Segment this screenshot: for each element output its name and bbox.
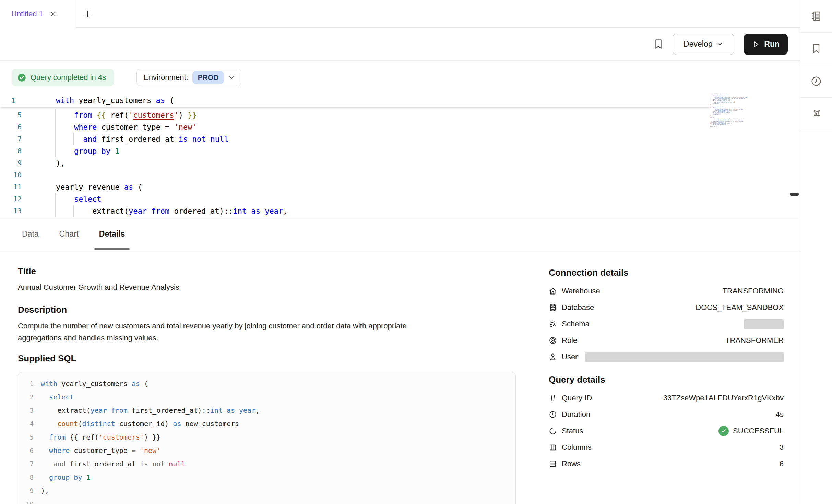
row-label: Role bbox=[562, 336, 577, 345]
row-label: Columns bbox=[562, 443, 592, 452]
code-line: 9), bbox=[18, 484, 515, 497]
close-icon[interactable] bbox=[49, 10, 57, 18]
tab-bar: Untitled 1 bbox=[0, 0, 800, 28]
columns-icon bbox=[549, 443, 557, 452]
code-line: 6 where customer_type = 'new' bbox=[18, 444, 515, 457]
query-row-rows: Rows 6 bbox=[549, 456, 784, 472]
supplied-sql-heading: Supplied SQL bbox=[18, 353, 516, 364]
code-line[interactable]: 7 and first_ordered_at is not null bbox=[0, 133, 710, 145]
sidebar-item-bookmarks[interactable] bbox=[800, 33, 832, 65]
code-line: 10 bbox=[18, 497, 515, 504]
line-number: 9 bbox=[18, 484, 34, 497]
environment-label: Environment: bbox=[144, 73, 188, 82]
details-pane: Title Annual Customer Growth and Revenue… bbox=[18, 251, 516, 504]
hash-icon bbox=[549, 394, 557, 402]
tab-separator bbox=[76, 0, 76, 27]
clock-history-icon bbox=[810, 75, 822, 87]
code-line[interactable]: 12 select bbox=[0, 193, 710, 205]
plus-icon bbox=[83, 10, 92, 19]
row-value: TRANSFORMER bbox=[725, 336, 784, 345]
row-value: 33TZseWpe1ALFDUYerxR1gVKxbv bbox=[663, 394, 784, 403]
row-label: Status bbox=[562, 427, 583, 435]
tab-chart[interactable]: Chart bbox=[59, 217, 79, 251]
code-line: 3 extract(year from first_ordered_at)::i… bbox=[18, 404, 515, 417]
chevron-down-icon bbox=[228, 74, 235, 81]
query-row-duration: Duration 4s bbox=[549, 406, 784, 423]
spinner-icon bbox=[549, 427, 557, 435]
code-line: 8 group by 1 bbox=[18, 471, 515, 484]
line-number: 7 bbox=[0, 133, 22, 145]
line-number: 5 bbox=[0, 109, 22, 121]
code-line[interactable]: 11yearly_revenue as ( bbox=[0, 181, 710, 193]
line-number: 8 bbox=[18, 471, 34, 484]
sidebar-item-history[interactable] bbox=[800, 65, 832, 98]
row-label: Schema bbox=[562, 320, 590, 328]
environment-value-badge: PROD bbox=[192, 71, 224, 84]
sidebar-item-notebook[interactable] bbox=[800, 0, 832, 33]
new-tab-button[interactable] bbox=[83, 10, 92, 19]
play-icon bbox=[752, 40, 760, 48]
run-button[interactable]: Run bbox=[744, 34, 788, 55]
dbt-logo-icon bbox=[810, 108, 822, 120]
sidebar-item-dbt[interactable] bbox=[800, 98, 832, 130]
results-tab-bar: Data Chart Details bbox=[0, 217, 800, 251]
sidebar-empty-area bbox=[800, 130, 832, 504]
redacted-value bbox=[585, 352, 784, 362]
environment-selector[interactable]: Environment: PROD bbox=[136, 69, 241, 86]
code-line: 4 count(distinct customer_id) as new_cus… bbox=[18, 417, 515, 431]
code-line: 7 and first_ordered_at is not null bbox=[18, 457, 515, 471]
code-line[interactable]: 10 bbox=[0, 169, 710, 181]
tab-title: Untitled 1 bbox=[11, 10, 43, 19]
editor-scrollbar-thumb[interactable] bbox=[790, 193, 799, 196]
code-line[interactable]: 8 group by 1 bbox=[0, 145, 710, 157]
line-number: 7 bbox=[18, 457, 34, 471]
connection-row-user: User bbox=[549, 349, 784, 365]
line-number: 2 bbox=[18, 391, 34, 404]
query-row-id: Query ID 33TZseWpe1ALFDUYerxR1gVKxbv bbox=[549, 390, 784, 406]
tab-details[interactable]: Details bbox=[98, 217, 126, 251]
code-line[interactable]: 13 extract(year from ordered_at)::int as… bbox=[0, 205, 710, 217]
line-number: 10 bbox=[0, 169, 22, 181]
status-row: Query completed in 4s Environment: PROD bbox=[0, 61, 800, 86]
check-circle-icon bbox=[17, 73, 26, 82]
develop-button[interactable]: Develop bbox=[673, 34, 734, 55]
code-line[interactable]: 5 from {{ ref('customers') }} bbox=[0, 109, 710, 121]
line-number: 13 bbox=[0, 205, 22, 217]
bookmark-icon bbox=[654, 39, 663, 50]
description-text: Compute the number of new customers and … bbox=[18, 320, 516, 344]
connection-details-heading: Connection details bbox=[549, 267, 784, 278]
row-label: User bbox=[562, 352, 578, 361]
schema-icon bbox=[549, 320, 557, 328]
row-label: Rows bbox=[562, 459, 581, 468]
success-check-icon bbox=[718, 426, 729, 436]
sql-editor[interactable]: 5 from {{ ref('customers') }}6 where cus… bbox=[0, 86, 800, 217]
supplied-sql-code-block: 1with yearly_customers as (2 select3 ext… bbox=[18, 372, 516, 504]
row-label: Duration bbox=[562, 410, 590, 419]
line-number: 3 bbox=[18, 404, 34, 417]
editor-minimap[interactable]: with yearly_customers as ( select extrac… bbox=[710, 94, 751, 135]
run-label: Run bbox=[764, 39, 780, 49]
code-line[interactable]: 6 where customer_type = 'new' bbox=[0, 121, 710, 133]
tab-untitled-1[interactable]: Untitled 1 bbox=[0, 0, 76, 28]
develop-label: Develop bbox=[684, 39, 712, 49]
row-label: Database bbox=[562, 303, 594, 312]
role-icon bbox=[549, 336, 557, 345]
code-line: 1with yearly_customers as ( bbox=[18, 377, 515, 391]
row-value: TRANSFORMING bbox=[723, 287, 784, 296]
rows-icon bbox=[549, 460, 557, 468]
code-line[interactable]: 9), bbox=[0, 157, 710, 169]
line-number: 1 bbox=[0, 94, 15, 107]
code-line[interactable]: 1with yearly_customers as ( bbox=[0, 94, 710, 107]
tab-data[interactable]: Data bbox=[21, 217, 39, 251]
row-value: DOCS_TEAM_SANDBOX bbox=[696, 303, 784, 312]
row-value: 4s bbox=[776, 410, 784, 419]
code-line: 5 from {{ ref('customers') }} bbox=[18, 431, 515, 444]
query-status-badge: Query completed in 4s bbox=[12, 69, 114, 86]
line-number: 12 bbox=[0, 193, 22, 205]
query-status-text: Query completed in 4s bbox=[31, 73, 106, 82]
line-number: 11 bbox=[0, 181, 22, 193]
bookmark-button[interactable] bbox=[654, 39, 663, 50]
line-number: 5 bbox=[18, 431, 34, 444]
sticky-scroll-line[interactable]: 1with yearly_customers as ( bbox=[0, 94, 710, 107]
line-number: 8 bbox=[0, 145, 22, 157]
